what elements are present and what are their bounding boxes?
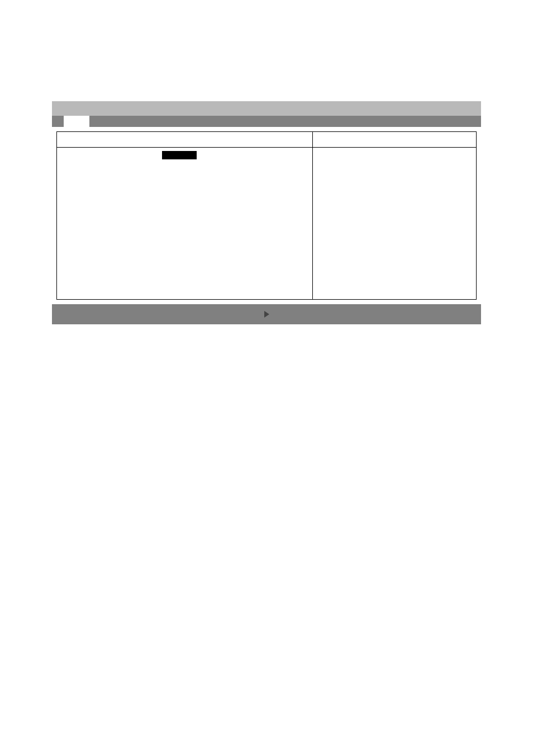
- table-cell-right: [313, 148, 477, 300]
- table-cell-left: [57, 148, 313, 300]
- tab-active[interactable]: [64, 116, 89, 127]
- table-header-left: [57, 132, 313, 148]
- panel: [52, 127, 481, 304]
- play-arrow-icon: [264, 311, 269, 318]
- settings-table: [56, 131, 477, 300]
- table-header-row: [57, 132, 477, 148]
- highlighted-token: [162, 151, 197, 159]
- footer-bar: [52, 304, 481, 324]
- table-row: [57, 148, 477, 300]
- page: [0, 0, 533, 756]
- tab-spacer: [52, 116, 64, 127]
- table-header-right: [313, 132, 477, 148]
- tab-row: [52, 116, 481, 127]
- settings-card: [52, 101, 481, 324]
- card-top-strip: [52, 101, 481, 116]
